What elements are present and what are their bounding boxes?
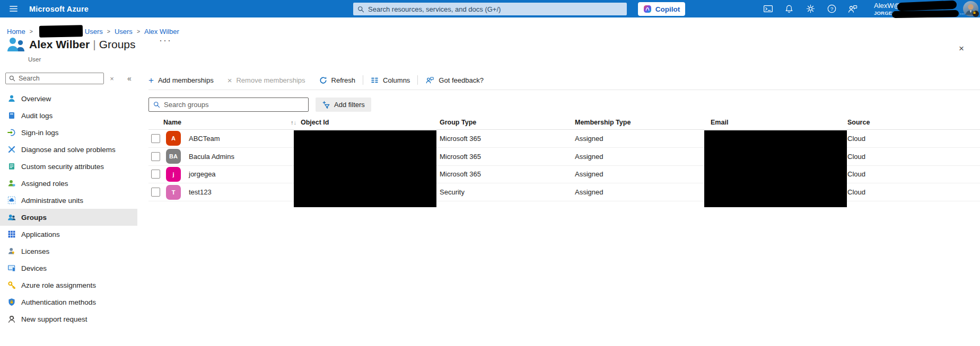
cell-group-name[interactable]: jorgegea: [189, 170, 301, 178]
sidebar-search-clear-button[interactable]: ×: [107, 74, 117, 83]
account-email: AlexW@: [874, 2, 901, 10]
sidebar-item-label: Groups: [21, 214, 47, 221]
sidebar-item-label: Assigned roles: [21, 180, 68, 188]
toolbar-rule: [148, 90, 980, 90]
cloud-shell-button[interactable]: [757, 0, 778, 17]
column-header-email[interactable]: Email: [711, 119, 847, 126]
got-feedback-label: Got feedback?: [439, 76, 484, 84]
page-title: Alex Wilber|Groups: [29, 38, 136, 51]
columns-button[interactable]: Columns: [371, 76, 410, 84]
sidebar-item-sign-in-logs[interactable]: Sign-in logs: [0, 124, 137, 141]
user-avatar[interactable]: [963, 1, 978, 16]
search-icon: [9, 75, 15, 82]
svg-text:?: ?: [830, 6, 833, 12]
filter-row: Add filters: [148, 97, 371, 112]
global-search-box: [353, 3, 627, 15]
shield-lock-icon: [7, 298, 16, 306]
table-row: BA Bacula Admins Microsoft 365 Assigned …: [148, 148, 980, 166]
sidebar-item-applications[interactable]: Applications: [0, 226, 137, 243]
copilot-icon: [643, 5, 652, 13]
row-checkbox[interactable]: [151, 188, 160, 197]
refresh-button[interactable]: Refresh: [319, 76, 356, 84]
brand-title[interactable]: Microsoft Azure: [29, 0, 89, 17]
sign-in-arrow-icon: [7, 128, 16, 137]
topbar-icon-group: ?: [757, 0, 863, 17]
cloud-shell-icon: [763, 4, 773, 14]
cell-source: Cloud: [847, 135, 980, 143]
search-icon: [357, 6, 364, 13]
top-bar: Microsoft Azure Copilot ?: [0, 0, 980, 17]
feedback-button[interactable]: [842, 0, 863, 17]
copilot-button[interactable]: Copilot: [638, 2, 685, 16]
person-icon: [7, 94, 16, 103]
sidebar-item-groups[interactable]: Groups: [0, 209, 137, 226]
sidebar-item-diagnose[interactable]: Diagnose and solve problems: [0, 141, 137, 158]
sidebar-item-devices[interactable]: Devices: [0, 260, 137, 277]
sidebar-search-input[interactable]: [19, 75, 100, 82]
sidebar-item-azure-role-assignments[interactable]: Azure role assignments: [0, 277, 137, 294]
sidebar-item-label: Custom security attributes: [21, 163, 104, 171]
azure-portal-window: Microsoft Azure Copilot ?: [0, 0, 980, 346]
cell-group-type: Microsoft 365: [440, 135, 575, 143]
sidebar-item-overview[interactable]: Overview: [0, 90, 137, 107]
group-avatar: T: [166, 185, 181, 200]
got-feedback-button[interactable]: Got feedback?: [425, 76, 484, 85]
gear-icon: [806, 4, 816, 14]
sidebar-item-label: Audit logs: [21, 112, 52, 120]
cloud-unit-icon: [7, 196, 16, 205]
cell-group-name[interactable]: Bacula Admins: [189, 153, 301, 161]
sidebar-item-audit-logs[interactable]: Audit logs: [0, 107, 137, 124]
settings-button[interactable]: [800, 0, 821, 17]
notifications-button[interactable]: [778, 0, 800, 17]
column-header-membership-type[interactable]: Membership Type: [575, 119, 711, 126]
more-options-button[interactable]: ···: [159, 35, 172, 46]
sidebar-item-authentication-methods[interactable]: Authentication methods: [0, 294, 137, 310]
global-search-input[interactable]: [368, 5, 623, 13]
cell-source: Cloud: [847, 153, 980, 161]
sidebar-item-label: Applications: [21, 230, 60, 238]
column-header-group-type[interactable]: Group Type: [440, 119, 575, 126]
sidebar-item-custom-security-attributes[interactable]: Custom security attributes: [0, 158, 137, 175]
groups-search-input[interactable]: [164, 101, 304, 109]
sidebar-item-administrative-units[interactable]: Administrative units: [0, 192, 137, 209]
sidebar-item-new-support-request[interactable]: New support request: [0, 310, 137, 327]
cell-group-name[interactable]: ABCTeam: [189, 135, 301, 143]
add-filters-button[interactable]: Add filters: [316, 97, 371, 112]
search-icon: [153, 101, 160, 108]
column-header-label: Name: [163, 119, 181, 126]
sidebar-item-assigned-roles[interactable]: Assigned roles: [0, 175, 137, 192]
table-header: Name ↑↓ Object Id Group Type Membership …: [148, 116, 980, 130]
table-row: A ABCTeam Microsoft 365 Assigned Cloud: [148, 130, 980, 148]
row-checkbox[interactable]: [151, 134, 160, 143]
redaction-object-id-column: [294, 130, 436, 207]
cell-source: Cloud: [847, 170, 980, 178]
row-checkbox[interactable]: [151, 152, 160, 161]
plus-icon: +: [148, 76, 154, 85]
column-header-name[interactable]: Name ↑↓: [163, 119, 301, 126]
help-button[interactable]: ?: [821, 0, 842, 17]
column-header-source[interactable]: Source: [847, 119, 980, 126]
add-memberships-button[interactable]: + Add memberships: [148, 76, 214, 85]
person-feedback-icon: [425, 76, 434, 85]
column-header-object-id[interactable]: Object Id: [301, 119, 440, 126]
cell-group-type: Microsoft 365: [440, 170, 575, 178]
page-title-name: Alex Wilber: [29, 38, 90, 50]
cell-membership-type: Assigned: [575, 188, 711, 196]
cell-membership-type: Assigned: [575, 135, 711, 143]
hamburger-menu-button[interactable]: [3, 0, 23, 17]
cell-group-name[interactable]: test123: [189, 188, 301, 196]
sidebar-search-box: [5, 73, 104, 84]
sidebar-item-licenses[interactable]: Licenses: [0, 243, 137, 260]
remove-memberships-button[interactable]: × Remove memberships: [228, 76, 305, 84]
close-blade-button[interactable]: ×: [955, 41, 968, 55]
sort-icon[interactable]: ↑↓: [291, 119, 296, 126]
sidebar-collapse-button[interactable]: «: [124, 73, 135, 84]
lock-icon: [973, 11, 976, 14]
page-title-section: Groups: [99, 38, 136, 50]
sidebar-item-label: Devices: [21, 264, 47, 272]
page-title-pipe: |: [90, 38, 99, 50]
redaction-email-column: [704, 130, 847, 207]
row-checkbox[interactable]: [151, 170, 160, 179]
sidebar-nav: Overview Audit logs Sign-in logs Diagnos…: [0, 90, 137, 327]
remove-x-icon: ×: [228, 76, 232, 84]
